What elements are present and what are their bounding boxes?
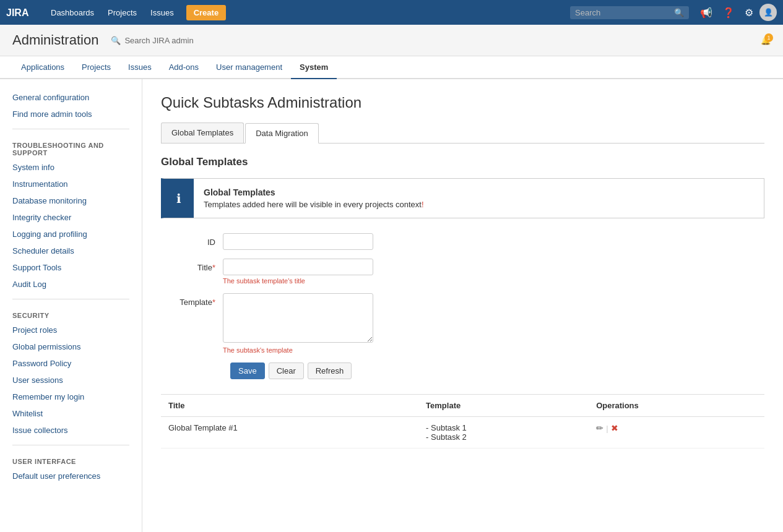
title-field: The subtask template's title: [223, 259, 470, 285]
save-button[interactable]: Save: [230, 363, 265, 379]
sidebar-item-whitelist[interactable]: Whitelist: [0, 405, 142, 422]
admin-title: Administration: [12, 32, 98, 48]
table-row: Global Template #1- Subtask 1- Subtask 2…: [161, 417, 764, 448]
templates-table: Title Template Operations Global Templat…: [161, 394, 764, 448]
title-input[interactable]: [223, 259, 373, 275]
sidebar-item-remember-login[interactable]: Remember my login: [0, 388, 142, 405]
ops-separator: |: [606, 424, 608, 433]
col-operations: Operations: [589, 395, 764, 417]
sidebar-item-general-configuration[interactable]: General configuration: [0, 89, 142, 106]
sidebar-divider-2: [12, 299, 129, 299]
subnav-user-management[interactable]: User management: [207, 56, 291, 79]
layout: General configuration Find more admin to…: [0, 79, 783, 532]
template-textarea[interactable]: [223, 293, 373, 343]
sidebar-divider-1: [12, 129, 129, 129]
id-input[interactable]: [223, 233, 373, 250]
subnav-issues[interactable]: Issues: [119, 56, 160, 79]
sidebar-item-logging-profiling[interactable]: Logging and profiling: [0, 226, 142, 242]
help-icon[interactable]: ❓: [719, 4, 738, 21]
template-row: Template* The subtask's template: [161, 293, 764, 354]
template-field: The subtask's template: [223, 293, 470, 354]
top-nav-right: 🔍 📢 ❓ ⚙ 👤: [570, 4, 777, 21]
sidebar-item-user-sessions[interactable]: User sessions: [0, 372, 142, 388]
template-hint: The subtask's template: [223, 346, 470, 354]
row-template: - Subtask 1- Subtask 2: [418, 417, 589, 448]
global-search-bar[interactable]: 🔍: [570, 6, 689, 19]
subnav-addons[interactable]: Add-ons: [160, 56, 207, 79]
sidebar-item-audit-log[interactable]: Audit Log: [0, 276, 142, 293]
jira-logo: JIRA: [6, 6, 38, 19]
subnav-projects[interactable]: Projects: [73, 56, 119, 79]
user-avatar[interactable]: 👤: [759, 4, 777, 21]
sidebar-item-integrity-checker[interactable]: Integrity checker: [0, 209, 142, 226]
sidebar-item-project-roles[interactable]: Project roles: [0, 322, 142, 338]
sidebar-item-scheduler-details[interactable]: Scheduler details: [0, 242, 142, 259]
sidebar-item-global-permissions[interactable]: Global permissions: [0, 338, 142, 355]
admin-search-label[interactable]: Search JIRA admin: [124, 36, 193, 45]
info-banner: ℹ Global Templates Templates added here …: [161, 178, 764, 218]
sidebar-item-system-info[interactable]: System info: [0, 159, 142, 176]
svg-text:JIRA: JIRA: [6, 7, 29, 18]
title-row: Title* The subtask template's title: [161, 259, 764, 285]
row-title: Global Template #1: [161, 417, 418, 448]
tabs: Global Templates Data Migration: [161, 122, 764, 144]
template-required-mark: *: [212, 298, 215, 307]
id-field: [223, 233, 470, 250]
col-template: Template: [418, 395, 589, 417]
global-search-input[interactable]: [575, 8, 674, 17]
info-banner-content: Global Templates Templates added here wi…: [194, 179, 434, 218]
id-label: ID: [161, 233, 223, 247]
template-label: Template*: [161, 293, 223, 307]
nav-issues[interactable]: Issues: [145, 0, 179, 25]
subnav-system[interactable]: System: [291, 56, 337, 79]
tab-data-migration[interactable]: Data Migration: [245, 123, 319, 144]
search-icon: 🔍: [674, 8, 684, 17]
sidebar-item-database-monitoring[interactable]: Database monitoring: [0, 192, 142, 209]
sidebar: General configuration Find more admin to…: [0, 79, 142, 532]
info-banner-text-main: Templates added here will be visible in …: [204, 200, 422, 209]
admin-search[interactable]: 🔍 Search JIRA admin: [111, 36, 193, 45]
sidebar-item-find-more-admin-tools[interactable]: Find more admin tools: [0, 106, 142, 122]
clear-button[interactable]: Clear: [269, 363, 304, 379]
notification-badge: 1: [764, 33, 773, 42]
sidebar-section-user-interface: USER INTERFACE: [0, 454, 142, 468]
notification-bell[interactable]: 🔔 1: [761, 36, 771, 45]
subnav-applications[interactable]: Applications: [12, 56, 73, 79]
create-button[interactable]: Create: [186, 5, 226, 20]
title-required-mark: *: [212, 263, 215, 272]
delete-icon[interactable]: ✖: [611, 423, 618, 433]
main-content: Quick Subtasks Administration Global Tem…: [142, 79, 783, 532]
row-operations: ✏ | ✖: [589, 417, 764, 448]
sidebar-item-default-user-preferences[interactable]: Default user preferences: [0, 468, 142, 484]
edit-icon[interactable]: ✏: [596, 423, 603, 433]
nav-dashboards[interactable]: Dashboards: [46, 0, 99, 25]
title-hint: The subtask template's title: [223, 277, 470, 285]
info-banner-highlight: !: [422, 200, 424, 209]
sidebar-item-support-tools[interactable]: Support Tools: [0, 259, 142, 276]
tab-global-templates[interactable]: Global Templates: [161, 122, 244, 143]
sidebar-item-issue-collectors[interactable]: Issue collectors: [0, 422, 142, 439]
title-label: Title*: [161, 259, 223, 272]
page-title: Quick Subtasks Administration: [161, 94, 764, 111]
info-banner-title: Global Templates: [204, 187, 424, 197]
nav-projects[interactable]: Projects: [103, 0, 142, 25]
form-buttons: Save Clear Refresh: [230, 363, 764, 379]
refresh-button[interactable]: Refresh: [308, 363, 352, 379]
info-banner-text: Templates added here will be visible in …: [204, 200, 424, 209]
sidebar-divider-3: [12, 445, 129, 445]
col-title: Title: [161, 395, 418, 417]
sidebar-item-instrumentation[interactable]: Instrumentation: [0, 176, 142, 192]
sidebar-section-security: SECURITY: [0, 308, 142, 322]
top-nav: JIRA Dashboards Projects Issues Create 🔍…: [0, 0, 783, 25]
section-title: Global Templates: [161, 156, 764, 168]
sidebar-item-password-policy[interactable]: Password Policy: [0, 355, 142, 372]
id-row: ID: [161, 233, 764, 250]
notifications-icon[interactable]: 📢: [696, 4, 716, 21]
admin-header: Administration 🔍 Search JIRA admin 🔔 1: [0, 25, 783, 56]
sidebar-section-troubleshooting: TROUBLESHOOTING AND SUPPORT: [0, 138, 142, 159]
sub-nav: Applications Projects Issues Add-ons Use…: [0, 56, 783, 79]
settings-icon[interactable]: ⚙: [741, 4, 757, 21]
admin-search-icon: 🔍: [111, 36, 121, 45]
info-banner-icon: ℹ: [164, 179, 194, 218]
